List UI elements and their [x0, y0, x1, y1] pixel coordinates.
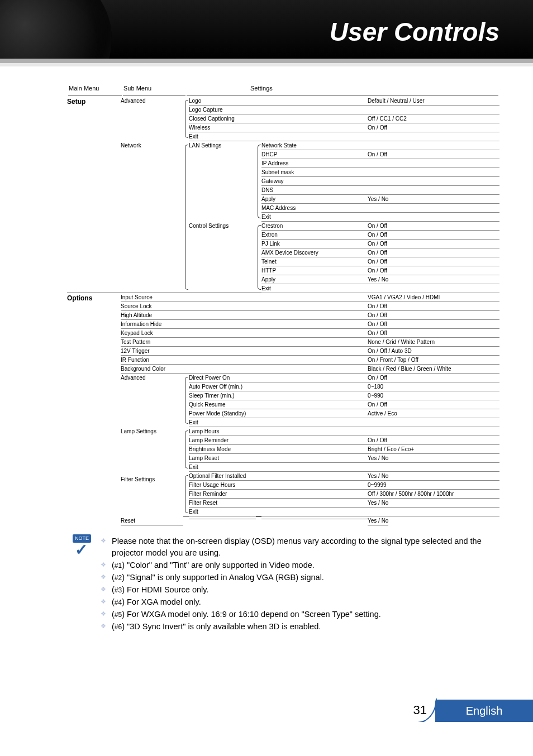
setting-value: On / Off	[368, 302, 499, 311]
page-header: User Controls	[0, 0, 533, 59]
setting-value: Off / 300hr / 500hr / 800hr / 1000hr	[368, 490, 499, 499]
submenu-item: Source Lock	[121, 302, 183, 311]
setting-name: Exit	[189, 463, 368, 472]
setting-value	[368, 418, 499, 427]
setting-value: VGA1 / VGA2 / Video / HDMI	[368, 293, 499, 302]
setting-name: Lamp Reminder	[189, 436, 368, 445]
setting-name: Lamp Reset	[189, 454, 368, 463]
brace-icon	[183, 141, 189, 293]
setting-name: Sleep Timer (min.)	[189, 391, 368, 400]
setting-value: Off / CC1 / CC2	[368, 114, 499, 123]
setting-name: DNS	[261, 186, 368, 195]
setting-value: 0~180	[368, 382, 499, 391]
setting-value: None / Grid / White Pattern	[368, 338, 499, 347]
page-number: 31	[413, 703, 427, 717]
setting-name: Quick Resume	[189, 400, 368, 409]
language-tab: English	[435, 700, 533, 722]
setting-value: On / Off	[368, 257, 499, 266]
sub-reset: Reset	[121, 516, 183, 525]
submenu-item: Input Source	[121, 293, 183, 302]
setting-name: Exit	[261, 213, 368, 222]
setting-name: Optional Filter Installed	[189, 472, 368, 481]
main-setup: Setup	[67, 97, 121, 106]
setting-name: Auto Power Off (min.)	[189, 382, 368, 391]
setting-name: Logo	[189, 97, 368, 106]
setting-name: PJ Link	[261, 240, 368, 248]
setting-value: Default / Neutral / User	[368, 97, 499, 106]
setting-value	[368, 508, 499, 516]
col-sub: Sub Menu	[123, 84, 185, 95]
note-item: (#3) For HDMI Source only.	[101, 584, 499, 596]
setting-name: Direct Power On	[189, 374, 368, 382]
setting-value: On / Off	[368, 436, 499, 445]
setting-value	[368, 427, 499, 436]
setting-value	[368, 284, 499, 293]
setting-value: On / Off	[368, 231, 499, 240]
brace-icon	[183, 472, 189, 516]
setting-name: Wireless	[189, 123, 368, 132]
note-item: (#4) For XGA model only.	[101, 596, 499, 608]
setting-value	[368, 204, 499, 213]
setting-value: On / Off	[368, 400, 499, 409]
page-footer: 31 English	[0, 694, 533, 722]
setting-value	[368, 106, 499, 114]
setting-name: HTTP	[261, 266, 368, 275]
setting-value: On / Off	[368, 311, 499, 320]
setting-name: Filter Usage Hours	[189, 481, 368, 490]
col-settings: Settings	[187, 84, 498, 95]
submenu-item: Keypad Lock	[121, 329, 183, 338]
reset-val: Yes / No	[368, 516, 388, 525]
setting-name: Closed Captioning	[189, 114, 368, 123]
brace-icon	[183, 97, 189, 141]
submenu-item: 12V Trigger	[121, 347, 183, 356]
menu-tree: Main Menu Sub Menu Settings Setup Advanc…	[0, 66, 533, 525]
setting-value: On / Off	[368, 222, 499, 231]
setting-name: Crestron	[261, 222, 368, 231]
setting-value	[368, 141, 499, 150]
setting-name: Apply	[261, 275, 368, 284]
setting-name: MAC Address	[261, 204, 368, 213]
note-item: (#5) For WXGA model only. 16:9 or 16:10 …	[101, 609, 499, 620]
setting-value: Bright / Eco / Eco+	[368, 445, 499, 454]
main-options: Options	[67, 293, 121, 302]
sub-opt-advanced: Advanced	[121, 374, 183, 427]
setting-value: Yes / No	[368, 472, 499, 481]
setting-name: Network State	[261, 141, 368, 150]
brace-icon	[256, 222, 261, 293]
setting-value: On / Off	[368, 329, 499, 338]
note-item: (#2) "Signal" is only supported in Analo…	[101, 572, 499, 583]
setting-name: Gateway	[261, 177, 368, 186]
setting-value: 0~990	[368, 391, 499, 400]
setting-name: Lamp Hours	[189, 427, 368, 436]
setting-name: Exit	[189, 508, 368, 516]
setting-value: Yes / No	[368, 499, 499, 508]
setting-value: Active / Eco	[368, 409, 499, 418]
setting-name: Logo Capture	[189, 106, 368, 114]
setting-value	[368, 186, 499, 195]
submenu-item: Test Pattern	[121, 338, 183, 347]
setting-value	[368, 159, 499, 168]
setting-name: Filter Reminder	[189, 490, 368, 499]
setting-name: Exit	[261, 284, 368, 293]
col-main: Main Menu	[68, 84, 122, 95]
setting-name: IP Address	[261, 159, 368, 168]
note-item: (#1) "Color" and "Tint" are only support…	[101, 559, 499, 571]
setting-name: Extron	[261, 231, 368, 240]
setting-name: Power Mode (Standby)	[189, 409, 368, 418]
setting-name: Subnet mask	[261, 168, 368, 177]
submenu-item: IR Function	[121, 356, 183, 365]
setting-value	[368, 463, 499, 472]
setting-name: Exit	[189, 132, 368, 141]
setting-value: On / Off	[368, 123, 499, 132]
setting-value: On / Off	[368, 248, 499, 257]
setting-value: On / Off	[368, 150, 499, 159]
section-title: User Controls	[330, 17, 499, 47]
note-item: (#6) "3D Sync Invert" is only available …	[101, 621, 499, 633]
setting-value: Yes / No	[368, 275, 499, 284]
submenu-item: High Altitude	[121, 311, 183, 320]
setting-value: On / Front / Top / Off	[368, 356, 499, 365]
setting-value: On / Off	[368, 266, 499, 275]
brace-icon	[183, 427, 189, 472]
submenu-item: Background Color	[121, 365, 183, 374]
setting-name: Brightness Mode	[189, 445, 368, 454]
